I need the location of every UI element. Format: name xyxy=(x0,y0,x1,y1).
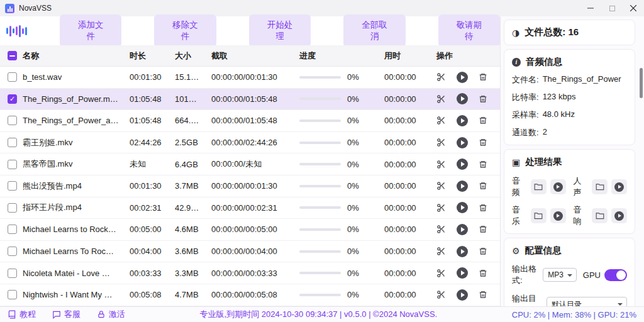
file-name: Nicoleta Matei - Love … xyxy=(23,269,130,278)
table-row[interactable]: 黑客帝国.mkv 未知 6.4GB 00:00:00/未知 0% 00:00:0… xyxy=(0,153,500,175)
cut-icon[interactable] xyxy=(436,290,446,299)
play-result-button[interactable] xyxy=(550,208,566,223)
delete-icon[interactable] xyxy=(479,181,487,191)
file-name: 指环王片段.mp4 xyxy=(23,202,130,213)
file-crop-range: 00:00:00/01:05:48 xyxy=(211,94,299,104)
cut-icon[interactable] xyxy=(436,181,446,191)
table-row[interactable]: 指环王片段.mp4 00:02:31 42.9… 00:00:00/00:02:… xyxy=(0,197,500,219)
row-checkbox[interactable] xyxy=(8,247,17,256)
play-button[interactable] xyxy=(457,202,468,213)
row-checkbox[interactable] xyxy=(8,181,17,191)
row-checkbox[interactable] xyxy=(8,94,17,104)
open-folder-button[interactable] xyxy=(592,179,608,194)
cut-icon[interactable] xyxy=(436,160,446,169)
play-button[interactable] xyxy=(457,267,468,279)
open-folder-button[interactable] xyxy=(531,208,547,223)
table-row[interactable]: The_Rings_of_Power.m… 01:05:48 101… 00:0… xyxy=(0,89,500,111)
system-stats: CPU: 2% | Mem: 38% | GPU: 21% xyxy=(512,310,636,319)
open-folder-button[interactable] xyxy=(531,179,547,194)
samplerate-value: 48.0 kHz xyxy=(543,109,575,121)
delete-icon[interactable] xyxy=(479,116,487,125)
close-icon[interactable] xyxy=(623,0,644,16)
table-row[interactable]: Michael Learns To Roc… 00:04:00 3.6MB 00… xyxy=(0,241,500,263)
elapsed-time: 00:00:00 xyxy=(384,116,431,125)
row-checkbox[interactable] xyxy=(8,290,17,299)
play-result-button[interactable] xyxy=(611,208,627,223)
row-checkbox[interactable] xyxy=(8,269,17,278)
delete-icon[interactable] xyxy=(479,203,487,213)
app-window: NovaVSS 添加文件 移除文件 开始处理 全部取消 敬请期待 名 xyxy=(0,0,644,322)
table-row[interactable]: Nightwish - I Want My … 00:05:08 4.7MB 0… xyxy=(0,284,500,306)
cut-icon[interactable] xyxy=(436,247,446,256)
row-checkbox[interactable] xyxy=(8,116,17,125)
chat-icon xyxy=(52,310,61,319)
select-all-checkbox[interactable] xyxy=(8,51,17,60)
tutorial-link[interactable]: 教程 xyxy=(8,309,36,320)
delete-icon[interactable] xyxy=(479,160,487,169)
delete-icon[interactable] xyxy=(479,225,487,234)
scrollbar-thumb[interactable] xyxy=(640,68,643,98)
play-button[interactable] xyxy=(457,115,468,126)
file-name: Michael Learns To Roc… xyxy=(23,247,130,256)
play-button[interactable] xyxy=(457,289,468,301)
row-checkbox[interactable] xyxy=(8,203,17,213)
elapsed-time: 00:00:00 xyxy=(384,247,431,256)
delete-icon[interactable] xyxy=(479,247,487,256)
play-button[interactable] xyxy=(457,72,468,83)
row-checkbox[interactable] xyxy=(8,160,17,169)
result-item: 音频 xyxy=(512,175,566,198)
cut-icon[interactable] xyxy=(436,138,446,147)
start-processing-button[interactable]: 开始处理 xyxy=(249,14,311,47)
delete-icon[interactable] xyxy=(479,138,487,147)
cut-icon[interactable] xyxy=(436,116,446,125)
play-button[interactable] xyxy=(457,224,468,235)
add-files-button[interactable]: 添加文件 xyxy=(60,14,121,47)
table-row[interactable]: b_test.wav 00:01:30 15.1… 00:00:00/00:01… xyxy=(0,67,500,89)
progress-percent: 0% xyxy=(347,290,359,299)
table-row[interactable]: 霸王别姬.mkv 02:44:26 2.5GB 00:00:00/02:44:2… xyxy=(0,132,500,154)
play-button[interactable] xyxy=(457,93,468,104)
play-button[interactable] xyxy=(457,137,468,148)
table-row[interactable]: The_Rings_of_Power_a… 01:05:48 664.… 00:… xyxy=(0,110,500,132)
results-card: ▣ 处理结果 音频 人声 音乐 音响 xyxy=(504,149,635,234)
play-result-button[interactable] xyxy=(550,179,566,194)
play-result-button[interactable] xyxy=(611,179,627,194)
row-checkbox[interactable] xyxy=(8,72,17,82)
total-files-label: 文件总数: 16 xyxy=(525,26,579,38)
table-row[interactable]: Michael Learns to Rock… 00:05:00 4.6MB 0… xyxy=(0,219,500,241)
row-checkbox[interactable] xyxy=(8,225,17,234)
delete-icon[interactable] xyxy=(479,269,487,278)
play-button[interactable] xyxy=(457,180,468,192)
cut-icon[interactable] xyxy=(436,72,446,82)
delete-icon[interactable] xyxy=(479,94,487,104)
gear-icon: ⚙ xyxy=(512,247,520,255)
activate-link[interactable]: 激活 xyxy=(97,309,125,320)
elapsed-time: 00:00:00 xyxy=(384,72,431,82)
results-icon: ▣ xyxy=(512,158,520,167)
play-button[interactable] xyxy=(457,158,468,170)
header-size: 大小 xyxy=(175,50,211,62)
play-button[interactable] xyxy=(457,246,468,257)
cut-icon[interactable] xyxy=(436,203,446,213)
samplerate-label: 采样率: xyxy=(512,109,539,121)
output-format-select[interactable]: MP3 xyxy=(543,268,577,282)
delete-icon[interactable] xyxy=(479,290,487,299)
gpu-toggle[interactable] xyxy=(604,269,627,281)
open-folder-button[interactable] xyxy=(592,208,608,223)
remove-files-button[interactable]: 移除文件 xyxy=(154,14,216,47)
support-link[interactable]: 客服 xyxy=(52,309,80,320)
cut-icon[interactable] xyxy=(436,225,446,234)
row-checkbox[interactable] xyxy=(8,138,17,147)
table-row[interactable]: Nicoleta Matei - Love … 00:03:33 3.3MB 0… xyxy=(0,262,500,284)
cancel-all-button[interactable]: 全部取消 xyxy=(343,14,405,47)
file-size: 3.3MB xyxy=(175,269,211,278)
cut-icon[interactable] xyxy=(436,269,446,278)
maximize-icon[interactable] xyxy=(601,0,623,16)
cut-icon[interactable] xyxy=(436,94,446,104)
delete-icon[interactable] xyxy=(479,72,487,82)
coming-soon-button[interactable]: 敬请期待 xyxy=(438,14,500,47)
table-row[interactable]: 熊出没预告.mp4 00:01:30 3.7MB 00:00:00/00:01:… xyxy=(0,175,500,197)
minimize-icon[interactable] xyxy=(580,0,601,16)
scrollbar-track[interactable] xyxy=(638,16,644,306)
output-dir-select[interactable]: 默认目录 xyxy=(547,297,627,307)
